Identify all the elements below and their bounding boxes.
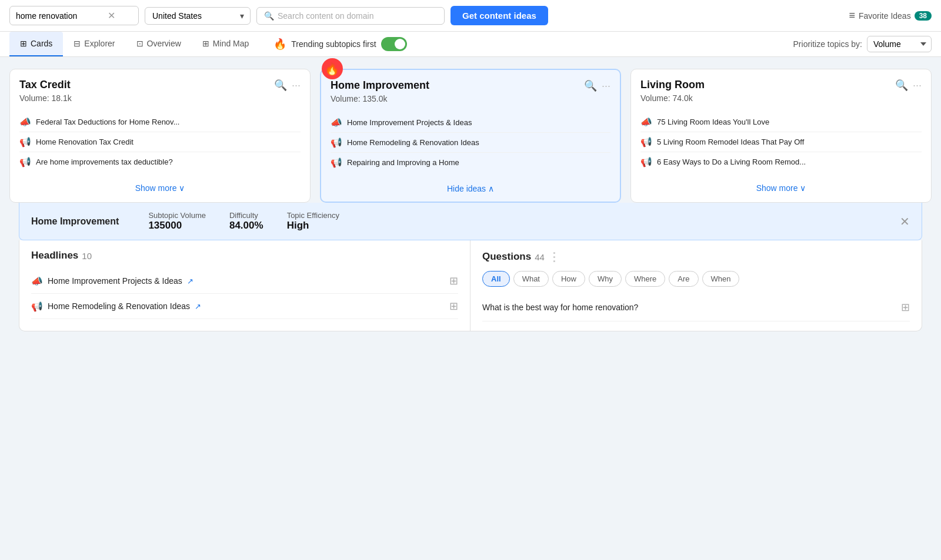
country-select[interactable]: United States United Kingdom Canada Aust… (152, 11, 235, 21)
more-options-icon[interactable]: ··· (602, 80, 610, 92)
question-text: What is the best way for home renovation… (482, 303, 638, 312)
headline-item: 📢 Home Remodeling & Renovation Ideas ↗ ⊞ (31, 294, 458, 319)
list-item[interactable]: 📢 Home Renovation Tax Credit (19, 132, 301, 152)
card-home-improvement[interactable]: Home Improvement Volume: 135.0k 🔍 ··· 📣 … (320, 69, 621, 203)
tab-overview-label: Overview (147, 39, 181, 48)
card-living-room-body: 📣 75 Living Room Ideas You'll Love 📢 5 L… (631, 108, 931, 176)
external-link-icon[interactable]: ↗ (195, 302, 201, 311)
external-link-icon[interactable]: ↗ (187, 277, 193, 286)
headlines-count: 10 (82, 251, 92, 261)
tab-mindmap[interactable]: ⊞ Mind Map (192, 32, 259, 56)
more-options-icon[interactable]: ··· (913, 79, 922, 92)
favorite-ideas-button[interactable]: ≡ Favorite Ideas 38 (849, 9, 932, 22)
list-item[interactable]: 📢 5 Living Room Remodel Ideas That Pay O… (640, 132, 922, 152)
detail-efficiency: Topic Efficiency High (287, 211, 339, 232)
megaphone-icon: 📢 (19, 136, 31, 147)
detail-close-button[interactable]: ✕ (900, 214, 910, 229)
question-tab-why[interactable]: Why (589, 271, 622, 287)
card-home-improvement-title: Home Improvement (331, 79, 429, 92)
headlines-panel-title: Headlines 10 (31, 250, 458, 261)
scroll-indicator: ⋮ (548, 250, 560, 264)
domain-search-placeholder: Search content on domain (278, 11, 373, 21)
show-more-button[interactable]: Show more ∨ (10, 176, 310, 201)
card-item-text: 6 Easy Ways to Do a Living Room Remod... (657, 157, 806, 166)
card-tax-credit[interactable]: Tax Credit Volume: 18.1k 🔍 ··· 📣 Federal… (9, 69, 311, 203)
card-item-text: Home Renovation Tax Credit (36, 138, 134, 146)
show-more-button[interactable]: Show more ∨ (631, 176, 931, 201)
questions-panel: Questions 44 ⋮ All What How Why Where Ar… (470, 240, 922, 331)
tab-cards-label: Cards (31, 39, 52, 48)
card-living-room-title: Living Room (640, 79, 705, 91)
megaphone-icon: 📢 (640, 136, 652, 147)
list-item[interactable]: 📢 Home Remodeling & Renovation Ideas (331, 132, 610, 152)
subtopic-volume-label: Subtopic Volume (148, 211, 206, 220)
headlines-panel: Headlines 10 📣 Home Improvement Projects… (19, 240, 470, 331)
list-item[interactable]: 📢 6 Easy Ways to Do a Living Room Remod.… (640, 152, 922, 172)
list-item[interactable]: 📢 Repairing and Improving a Home (331, 152, 610, 172)
question-tab-what[interactable]: What (513, 271, 549, 287)
questions-count: 44 (535, 252, 545, 262)
question-tab-all[interactable]: All (482, 271, 510, 287)
prioritize-wrap: Prioritize topics by: Volume Difficulty … (793, 36, 932, 52)
list-icon: ≡ (849, 9, 855, 22)
headlines-label: Headlines (31, 250, 78, 261)
questions-label: Questions (482, 251, 531, 263)
card-home-improvement-body: 📣 Home Improvement Projects & Ideas 📢 Ho… (321, 108, 620, 177)
card-item-text: Home Improvement Projects & Ideas (347, 118, 472, 127)
card-item-text: Repairing and Improving a Home (347, 158, 459, 167)
favorite-ideas-label: Favorite Ideas (859, 11, 911, 21)
efficiency-label: Topic Efficiency (287, 211, 339, 220)
clear-search-button[interactable]: ✕ (108, 10, 115, 21)
headline-item-left: 📣 Home Improvement Projects & Ideas ↗ (31, 276, 193, 287)
prioritize-select[interactable]: Volume Difficulty Efficiency (867, 36, 932, 52)
toggle-slider (381, 37, 407, 51)
card-living-room[interactable]: Living Room Volume: 74.0k 🔍 ··· 📣 75 Liv… (630, 69, 932, 203)
domain-search-wrap[interactable]: 🔍 Search content on domain (256, 7, 445, 25)
question-tab-how[interactable]: How (552, 271, 585, 287)
show-more-link[interactable]: Show more ∨ (756, 183, 806, 193)
hide-ideas-button[interactable]: Hide ideas ∧ (321, 177, 620, 202)
prioritize-label: Prioritize topics by: (793, 39, 862, 49)
card-tax-credit-title: Tax Credit (19, 79, 72, 91)
tab-overview[interactable]: ⊡ Overview (126, 32, 192, 56)
overview-icon: ⊡ (136, 39, 144, 48)
more-options-icon[interactable]: ··· (292, 79, 301, 92)
detail-subtopic-volume: Subtopic Volume 135000 (148, 211, 206, 232)
difficulty-label: Difficulty (229, 211, 263, 220)
detail-difficulty: Difficulty 84.00% (229, 211, 263, 232)
list-item[interactable]: 📣 75 Living Room Ideas You'll Love (640, 112, 922, 132)
tab-cards[interactable]: ⊞ Cards (9, 32, 63, 56)
show-more-link[interactable]: Show more ∨ (135, 183, 185, 193)
list-item[interactable]: 📣 Home Improvement Projects & Ideas (331, 113, 610, 132)
trending-wrap: 🔥 Trending subtopics first (273, 37, 406, 51)
tab-mindmap-label: Mind Map (213, 39, 249, 48)
keyword-search-input[interactable] (16, 11, 104, 21)
explorer-icon: ⊟ (74, 39, 81, 48)
add-to-favorites-icon[interactable]: ⊞ (449, 274, 458, 287)
trending-toggle[interactable] (381, 37, 407, 51)
add-to-favorites-icon[interactable]: ⊞ (901, 301, 910, 314)
card-item-text: Home Remodeling & Renovation Ideas (347, 138, 479, 147)
question-tab-are[interactable]: Are (669, 271, 698, 287)
search-icon[interactable]: 🔍 (895, 79, 908, 92)
tab-explorer[interactable]: ⊟ Explorer (63, 32, 125, 56)
search-icon[interactable]: 🔍 (584, 79, 597, 92)
megaphone-icon: 📣 (19, 116, 31, 128)
get-content-ideas-button[interactable]: Get content ideas (451, 6, 548, 25)
card-home-improvement-header: Home Improvement Volume: 135.0k 🔍 ··· (321, 70, 620, 108)
cards-row: 🔥 Tax Credit Volume: 18.1k 🔍 ··· 📣 (9, 69, 932, 203)
question-tab-where[interactable]: Where (625, 271, 665, 287)
card-item-text: 75 Living Room Ideas You'll Love (657, 118, 769, 126)
question-tab-when[interactable]: When (702, 271, 740, 287)
megaphone-icon: 📣 (640, 116, 652, 128)
list-item[interactable]: 📢 Are home improvements tax deductible? (19, 152, 301, 172)
card-item-text: Are home improvements tax deductible? (36, 157, 173, 166)
card-living-room-volume: Volume: 74.0k (640, 93, 705, 103)
add-to-favorites-icon[interactable]: ⊞ (449, 300, 458, 313)
question-filter-tabs: All What How Why Where Are When (482, 271, 910, 287)
list-item[interactable]: 📣 Federal Tax Deductions for Home Renov.… (19, 112, 301, 132)
search-icon[interactable]: 🔍 (274, 79, 287, 92)
keyword-search-wrap: ✕ (9, 6, 139, 25)
headline-text: Home Improvement Projects & Ideas (48, 276, 182, 286)
hide-ideas-link[interactable]: Hide ideas ∧ (447, 184, 494, 193)
